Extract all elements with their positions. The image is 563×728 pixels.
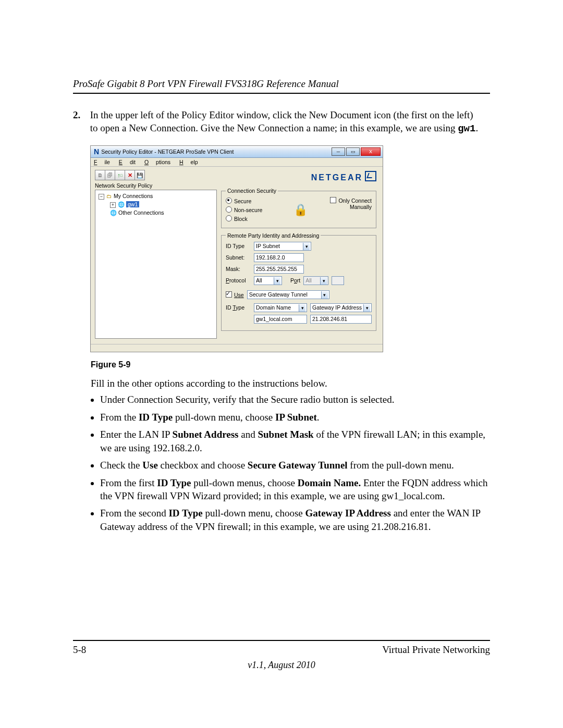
tree-selected-label: gw1	[126, 201, 139, 207]
toolbar-up-button[interactable]: ↑□	[115, 170, 125, 180]
bullet-item: Check the Use checkbox and choose Secure…	[100, 459, 490, 472]
protocol-label: Protocol	[226, 277, 251, 283]
port-value: All	[305, 277, 312, 283]
domain-name-input[interactable]	[254, 315, 307, 324]
radio-icon	[226, 215, 232, 221]
window-minimize-button[interactable]: ─	[332, 147, 345, 156]
step-text-1: In the upper left of the Policy Editor w…	[90, 109, 473, 133]
step-body: In the upper left of the Policy Editor w…	[90, 108, 482, 135]
screenshot-window: N Security Policy Editor - NETGEAR ProSa…	[91, 146, 383, 352]
toolbar-save-button[interactable]: 💾	[134, 170, 145, 180]
radio-nonsecure[interactable]: Non-secure	[226, 206, 290, 215]
remote-party-group: Remote Party Identity and Addressing ID …	[221, 232, 376, 331]
brand-mark-icon	[365, 171, 376, 181]
folder-icon: 🗀	[106, 193, 112, 199]
footer-page-number: 5-8	[73, 644, 86, 656]
figure-caption: Figure 5-9	[91, 360, 490, 369]
use-label: Use	[234, 292, 244, 298]
tree-expand-icon[interactable]: +	[110, 202, 116, 208]
left-pane: 🗎 🗐 ↑□ ✕ 💾 Network Security Policy −🗀My …	[91, 167, 219, 344]
menu-file[interactable]: File	[94, 159, 110, 165]
mask-label: Mask:	[226, 266, 251, 272]
radio-block-label: Block	[234, 216, 248, 222]
checkbox-only-connect[interactable]: Only Connect Manually	[330, 198, 372, 210]
checkbox-icon	[226, 291, 232, 298]
port-number-input	[332, 276, 344, 285]
id-type2-label: ID Type	[226, 304, 251, 311]
connection-security-group: Connection Security Secure Non-secure Bl…	[221, 188, 376, 228]
tree-item-gw1[interactable]: +🌐gw1	[99, 201, 213, 209]
toolbar-delete-button[interactable]: ✕	[125, 170, 135, 180]
netgear-logo: NETGEAR	[221, 170, 376, 182]
radio-secure[interactable]: Secure	[226, 197, 290, 206]
bullet-list: Under Connection Security, verify that t…	[73, 393, 490, 533]
id-type2-select[interactable]: Domain Name	[254, 303, 307, 312]
use-select[interactable]: Secure Gateway Tunnel	[247, 290, 329, 299]
radio-secure-label: Secure	[234, 198, 251, 204]
window-maximize-button[interactable]: ▭	[346, 147, 360, 156]
port-select[interactable]: All	[303, 276, 328, 285]
menu-help[interactable]: Help	[179, 159, 198, 165]
toolbar-new-button[interactable]: 🗎	[95, 170, 105, 180]
menu-edit[interactable]: Edit	[119, 159, 136, 165]
id-type-select[interactable]: IP Subnet	[254, 242, 311, 251]
gateway-select[interactable]: Gateway IP Address	[310, 303, 372, 312]
gateway-ip-input[interactable]	[310, 315, 372, 324]
brand-text: NETGEAR	[311, 173, 363, 182]
remote-party-legend: Remote Party Identity and Addressing	[226, 232, 321, 239]
window-titlebar: N Security Policy Editor - NETGEAR ProSa…	[91, 146, 383, 158]
protocol-select[interactable]: All	[254, 276, 282, 285]
app-logo-n: N	[94, 147, 99, 156]
right-pane: NETGEAR Connection Security Secure Non-s…	[219, 167, 383, 344]
window-close-button[interactable]: X	[361, 147, 381, 156]
menu-options[interactable]: Options	[144, 159, 170, 165]
page-footer: 5-8 Virtual Private Networking v1.1, Aug…	[73, 640, 490, 671]
bullet-item: From the second ID Type pull-down menu, …	[100, 507, 490, 533]
id-type-label: ID Type	[226, 243, 251, 249]
numbered-step: 2. In the upper left of the Policy Edito…	[73, 108, 490, 135]
subnet-label: Subnet:	[226, 254, 251, 261]
lock-icon: 🔒	[293, 203, 308, 216]
bullet-item: Under Connection Security, verify that t…	[100, 393, 490, 406]
footer-version: v1.1, August 2010	[73, 660, 490, 671]
tree-heading: Network Security Policy	[95, 182, 217, 189]
radio-nonsecure-label: Non-secure	[234, 207, 262, 213]
toolbar-copy-button[interactable]: 🗐	[105, 170, 115, 180]
followup-paragraph: Fill in the other options according to t…	[91, 377, 490, 390]
protocol-value: All	[256, 277, 262, 283]
step-text-bold: gw1	[458, 123, 475, 134]
bullet-item: From the first ID Type pull-down menus, …	[100, 476, 490, 503]
id-type2-value: Domain Name	[256, 304, 291, 311]
gateway-select-value: Gateway IP Address	[312, 304, 362, 311]
checkbox-icon	[330, 197, 336, 203]
header-rule	[73, 93, 490, 94]
document-page: ProSafe Gigabit 8 Port VPN Firewall FVS3…	[0, 0, 563, 728]
radio-block[interactable]: Block	[226, 215, 290, 224]
only-connect-label: Only Connect Manually	[338, 198, 372, 210]
tree-other-label: Other Connections	[118, 209, 164, 216]
bullet-text: Under Connection Security, verify that t…	[100, 394, 394, 405]
tree-collapse-icon[interactable]: −	[99, 194, 104, 200]
step-text-2: .	[475, 122, 478, 133]
step-number: 2.	[73, 108, 88, 121]
document-header-title: ProSafe Gigabit 8 Port VPN Firewall FVS3…	[73, 78, 490, 90]
globe-red-icon: 🌐	[110, 209, 117, 216]
globe-icon: 🌐	[118, 201, 125, 207]
tree-item-other[interactable]: 🌐Other Connections	[99, 209, 213, 217]
subnet-input[interactable]	[254, 253, 304, 262]
policy-tree[interactable]: −🗀My Connections +🌐gw1 🌐Other Connection…	[95, 190, 217, 339]
footer-section-title: Virtual Private Networking	[382, 644, 490, 656]
bullet-item: From the ID Type pull-down menu, choose …	[100, 411, 490, 424]
radio-icon	[226, 198, 232, 204]
window-title: Security Policy Editor - NETGEAR ProSafe…	[101, 149, 331, 155]
connection-security-legend: Connection Security	[226, 188, 278, 194]
port-label: Port	[290, 277, 300, 283]
tree-root[interactable]: −🗀My Connections	[99, 192, 213, 201]
menu-bar: File Edit Options Help	[91, 158, 383, 167]
tree-root-label: My Connections	[114, 193, 153, 199]
id-type-value: IP Subnet	[256, 243, 280, 249]
use-checkbox[interactable]: Use	[226, 291, 244, 298]
mask-input[interactable]	[254, 265, 304, 274]
toolbar: 🗎 🗐 ↑□ ✕ 💾	[95, 170, 217, 180]
use-value: Secure Gateway Tunnel	[249, 291, 308, 298]
